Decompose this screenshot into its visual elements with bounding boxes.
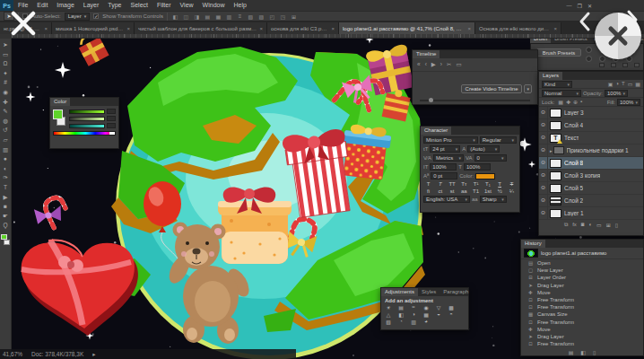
visibility-eye-icon[interactable]: ⊙ — [539, 195, 548, 206]
history-state-row[interactable]: ✚Move — [521, 289, 643, 296]
link-layers-icon[interactable]: ⧉ — [564, 222, 568, 228]
align-icon-7[interactable]: ▧ — [247, 13, 255, 20]
layer-row[interactable]: ⊙Слой 8 — [539, 157, 643, 170]
faux-bold-button[interactable]: T — [424, 181, 432, 187]
opentype-feature-button-6[interactable]: ½ — [496, 188, 504, 194]
opentype-feature-button-2[interactable]: st — [448, 188, 457, 194]
filter-icon-3[interactable]: ▭ — [628, 81, 633, 87]
crop-tool[interactable]: # — [4, 78, 7, 88]
status-menu-caret[interactable]: ▸ — [92, 351, 95, 358]
blur-tool[interactable]: ● — [4, 154, 7, 164]
layer-row[interactable]: ⊙Layer 1 — [539, 207, 643, 220]
color-spectrum-ramp[interactable] — [53, 131, 116, 136]
layer-row[interactable]: ⊙TТекст — [539, 132, 643, 144]
superscript-button[interactable]: T¹ — [472, 181, 480, 187]
history-brush-tool[interactable]: ↺ — [3, 126, 7, 136]
prev-frame-icon[interactable]: ‹ — [425, 61, 427, 68]
dock-field[interactable] — [611, 63, 616, 67]
menu-help[interactable]: Help — [230, 0, 251, 11]
dock-field[interactable] — [634, 63, 640, 67]
blue-slider[interactable] — [69, 124, 105, 128]
frame-icon[interactable]: ▭ — [456, 61, 461, 68]
green-value-field[interactable] — [107, 116, 116, 121]
lock-icon-2[interactable]: ⊕ — [573, 99, 578, 105]
split-icon[interactable]: ✂ — [447, 61, 451, 68]
close-tab-icon[interactable]: × — [553, 26, 557, 31]
history-state-row[interactable]: ▤Open — [521, 259, 643, 267]
align-icon-4[interactable]: ▦ — [214, 13, 222, 20]
menu-filter[interactable]: Filter — [152, 0, 176, 11]
align-icon-1[interactable]: ◫ — [182, 13, 190, 20]
layer-style-icon[interactable]: fx — [572, 222, 577, 227]
align-icon-10[interactable]: ◳ — [279, 13, 287, 20]
document-tab[interactable]: основа для elki C3.psd @ ...× — [267, 22, 339, 34]
strikethrough-button[interactable]: T — [508, 181, 516, 187]
adjustment-icon-1[interactable]: ▤ — [397, 304, 405, 311]
filter-icon-0[interactable]: ▣ — [608, 81, 614, 87]
document-tab[interactable]: Основа для elki нового дизайна× — [475, 22, 561, 34]
adjustment-icon-11[interactable]: ◓ — [448, 311, 455, 318]
menu-window[interactable]: Window — [198, 0, 230, 11]
rectangular-marquee-tool[interactable]: ▭ — [3, 50, 8, 60]
history-state-row[interactable]: ▦Canvas Size — [521, 311, 643, 318]
close-tab-icon[interactable]: × — [44, 26, 48, 31]
opentype-feature-button-1[interactable]: ct — [436, 188, 444, 194]
window-close-button[interactable]: ✕ — [587, 3, 592, 9]
lightbox-next-arrow[interactable] — [626, 9, 639, 31]
menu-image[interactable]: Image — [52, 0, 78, 11]
underline-button[interactable]: T — [496, 181, 504, 187]
align-icon-6[interactable]: ≡ — [236, 13, 244, 20]
hand-tool[interactable]: ☛ — [3, 212, 8, 222]
window-minimize-button[interactable]: — — [567, 3, 572, 9]
adjustment-icon-12[interactable]: ▧ — [385, 319, 392, 325]
history-state-row[interactable]: ✚Move — [521, 326, 643, 333]
filter-icon-4[interactable]: ▦ — [635, 81, 640, 87]
align-icon-11[interactable]: ⊞ — [290, 13, 298, 20]
opentype-feature-button-4[interactable]: T1 — [472, 188, 480, 194]
adjustment-icon-6[interactable]: △ — [385, 311, 392, 318]
language-dropdown[interactable]: English: USA▾ — [423, 196, 470, 203]
red-value-field[interactable] — [107, 109, 116, 114]
create-video-timeline-button[interactable]: Create Video Timeline — [461, 84, 523, 93]
adjustment-icon-9[interactable]: ▦ — [422, 311, 430, 318]
opentype-feature-button-5[interactable]: 1st — [483, 188, 492, 194]
new-snapshot-icon[interactable]: ◧ — [580, 349, 586, 355]
filter-icon-2[interactable]: T — [622, 81, 625, 87]
adjustment-icon-15[interactable]: ◕ — [422, 319, 430, 325]
red-slider[interactable] — [69, 109, 105, 114]
document-tab[interactable]: мишка 1 Новогодний.psd @ 1...× — [52, 22, 135, 34]
clone-source-slot[interactable] — [586, 47, 592, 53]
document-tab[interactable]: logo planet1.ai расставимо @ 41,7% (Слой… — [339, 22, 475, 34]
visibility-eye-icon[interactable]: ⊙ — [539, 107, 548, 118]
horizontal-ruler[interactable] — [12, 34, 644, 39]
opentype-feature-button-7[interactable]: ¼ — [508, 188, 516, 194]
history-state-row[interactable]: ⊟Layer Order — [521, 274, 643, 281]
layer-row[interactable]: ⊙Layer 3 — [539, 107, 643, 119]
dock-field[interactable] — [622, 63, 628, 67]
fill-field[interactable]: 100%▾ — [617, 99, 640, 106]
dock-field[interactable] — [599, 63, 605, 67]
show-transform-checkbox[interactable]: ✓ — [93, 13, 99, 19]
layer-row[interactable]: ⊙Слой 2 — [539, 195, 643, 207]
blue-value-field[interactable] — [107, 123, 116, 128]
adjustment-icon-5[interactable]: ▩ — [448, 304, 455, 311]
delete-layer-icon[interactable]: ▯ — [615, 222, 618, 228]
window-restore-button[interactable]: ❐ — [578, 3, 582, 9]
align-icon-5[interactable]: ▥ — [225, 13, 233, 20]
foreground-swatch[interactable] — [53, 109, 63, 119]
layer-row[interactable]: ⊙Слой 4 — [539, 119, 643, 132]
history-state-row[interactable]: ▢New Layer — [521, 267, 643, 274]
tab-history[interactable]: History — [521, 240, 545, 248]
document-tab[interactable]: чистый шаблон для банеров с большой разм… — [135, 22, 267, 34]
close-tab-icon[interactable]: × — [467, 26, 471, 31]
zoom-level-field[interactable]: 41,67% — [3, 351, 22, 357]
tracking-dropdown[interactable]: 0▾ — [474, 154, 507, 162]
lock-icon-3[interactable]: ▪ — [580, 99, 582, 105]
font-style-dropdown[interactable]: Regular▾ — [480, 136, 517, 144]
layer-mask-icon[interactable]: ◙ — [581, 222, 585, 227]
align-icon-0[interactable]: ◧ — [171, 13, 179, 20]
horizontal-scale-field[interactable]: 100% — [464, 163, 491, 171]
adjustment-icon-2[interactable]: ≈ — [410, 304, 417, 311]
opentype-feature-button-0[interactable]: fi — [424, 188, 432, 194]
dodge-tool[interactable]: ◐ — [4, 164, 7, 174]
